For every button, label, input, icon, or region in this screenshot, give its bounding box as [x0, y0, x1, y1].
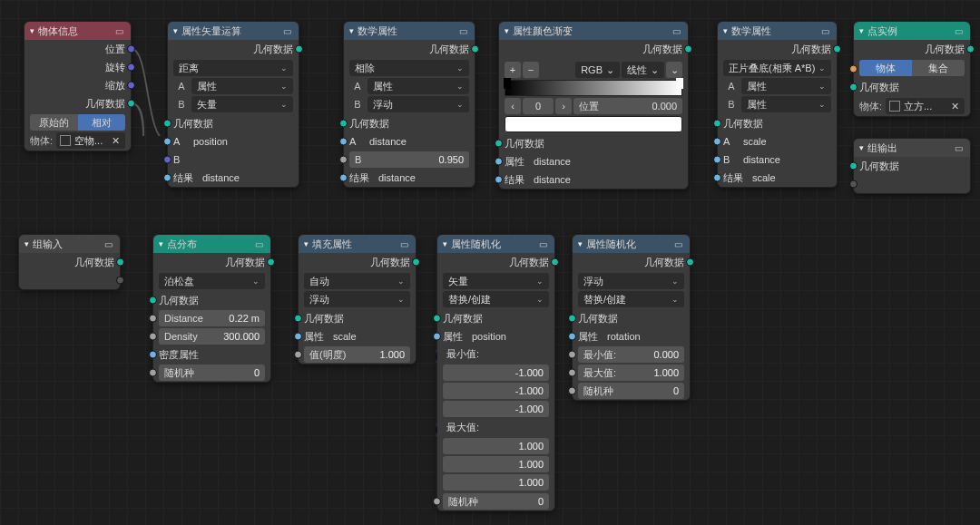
node-header[interactable]: ▾属性颜色渐变▭: [499, 22, 688, 40]
node-header[interactable]: ▾填充属性▭: [299, 235, 416, 253]
seed-input[interactable]: 随机种0: [443, 493, 549, 510]
stop-position-input[interactable]: 位置0.000: [573, 98, 682, 114]
color-ramp-gradient[interactable]: [505, 80, 682, 96]
node-header[interactable]: ▾属性随机化▭: [437, 235, 554, 253]
density-input[interactable]: Density300.000: [159, 328, 265, 345]
node-header[interactable]: ▾数学属性▭: [718, 22, 837, 40]
remove-stop-button[interactable]: −: [523, 62, 539, 78]
ramp-menu-button[interactable]: ⌄: [666, 62, 682, 78]
node-group-input[interactable]: ▾组输入▭ 几何数据: [18, 234, 121, 290]
seed-input[interactable]: 随机种0: [159, 365, 265, 381]
socket-scale: 缩放: [105, 79, 125, 92]
relative-toggle[interactable]: 原始的相对: [30, 114, 125, 131]
attr-a-input[interactable]: position: [193, 136, 293, 147]
node-attr-vector-math[interactable]: ▾属性矢量运算▭ 几何数据 距离⌄ A属性⌄ B矢量⌄ 几何数据 Apositi…: [167, 21, 299, 188]
min-z[interactable]: -1.000: [443, 401, 549, 417]
clear-icon[interactable]: ✕: [949, 101, 961, 112]
max-input[interactable]: 最大值:1.000: [578, 365, 684, 381]
node-editor-canvas[interactable]: ▾物体信息▭ 位置 旋转 缩放 几何数据 原始的相对 物体:空物...✕ ▾属性…: [0, 0, 980, 525]
value-input[interactable]: 值(明度)1.000: [304, 346, 410, 363]
mesh-icon: [60, 135, 71, 146]
node-attr-fill[interactable]: ▾填充属性▭ 几何数据 自动⌄ 浮动⌄ 几何数据 属性scale 值(明度)1.…: [298, 234, 416, 365]
stop-index[interactable]: 0: [523, 98, 554, 114]
panel-icon[interactable]: ▭: [113, 26, 125, 36]
node-attr-randomize-2[interactable]: ▾属性随机化▭ 几何数据 浮动⌄ 替换/创建⌄ 几何数据 属性rotation …: [572, 234, 691, 401]
instance-type-toggle[interactable]: 物体集合: [859, 60, 965, 76]
prev-stop-button[interactable]: ‹: [505, 98, 521, 114]
node-header[interactable]: ▾点分布▭: [153, 235, 270, 253]
type-b-select[interactable]: 矢量⌄: [191, 96, 293, 112]
node-attr-math-2[interactable]: ▾数学属性▭ 几何数据 正片叠底(相乘 A*B)⌄ A属性⌄ B属性⌄ 几何数据…: [717, 21, 838, 188]
node-attr-math-1[interactable]: ▾数学属性▭ 几何数据 相除⌄ A属性⌄ B浮动⌄ 几何数据 Adistance…: [343, 21, 475, 188]
socket-location: 位置: [105, 43, 125, 56]
operation-select[interactable]: 距离⌄: [173, 60, 293, 76]
collapse-icon[interactable]: ▾: [30, 26, 34, 35]
node-attr-color-ramp[interactable]: ▾属性颜色渐变▭ 几何数据 + − RGB⌄ 线性⌄ ⌄ ‹ 0 › 位置0.0…: [498, 21, 689, 190]
min-y[interactable]: -1.000: [443, 383, 549, 399]
clear-icon[interactable]: ✕: [110, 135, 122, 147]
node-header[interactable]: ▾属性随机化▭: [573, 235, 690, 253]
operation-select[interactable]: 正片叠底(相乘 A*B)⌄: [723, 60, 831, 76]
socket-geometry: 几何数据: [85, 97, 125, 111]
node-header[interactable]: ▾物体信息▭: [24, 22, 131, 40]
max-y[interactable]: 1.000: [443, 456, 549, 472]
node-header[interactable]: ▾数学属性▭: [344, 22, 475, 40]
chevron-down-icon: ⌄: [280, 63, 288, 73]
distribute-method-select[interactable]: 泊松盘⌄: [159, 273, 265, 289]
distance-input[interactable]: Distance0.22 m: [159, 310, 265, 326]
socket-rotation: 旋转: [105, 61, 125, 74]
seed-input[interactable]: 随机种0: [578, 383, 684, 399]
result-input[interactable]: distance: [202, 172, 293, 183]
domain-select[interactable]: 自动⌄: [304, 273, 410, 289]
ramp-stop-0[interactable]: [504, 78, 511, 89]
node-header[interactable]: ▾点实例▭: [854, 22, 970, 40]
next-stop-button[interactable]: ›: [555, 98, 572, 114]
interp-select[interactable]: 线性⌄: [622, 62, 664, 78]
object-field[interactable]: 物体:空物...✕: [30, 132, 125, 149]
node-attr-randomize-1[interactable]: ▾属性随机化▭ 几何数据 矢量⌄ 替换/创建⌄ 几何数据 属性position …: [436, 234, 555, 511]
node-header[interactable]: ▾组输入▭: [19, 235, 120, 253]
color-mode-select[interactable]: RGB⌄: [575, 62, 620, 78]
value-b-input[interactable]: 0.950: [438, 154, 464, 165]
max-x[interactable]: 1.000: [443, 438, 549, 454]
node-header[interactable]: ▾属性矢量运算▭: [168, 22, 299, 40]
operation-select[interactable]: 相除⌄: [349, 60, 469, 76]
node-point-instance[interactable]: ▾点实例▭ 几何数据 物体集合 几何数据 物体:立方...✕: [853, 21, 971, 117]
instance-object-field[interactable]: 物体:立方...✕: [859, 98, 965, 114]
max-z[interactable]: 1.000: [443, 474, 549, 491]
min-x[interactable]: -1.000: [443, 365, 549, 381]
min-input[interactable]: 最小值:0.000: [578, 346, 684, 363]
node-point-distribute[interactable]: ▾点分布▭ 几何数据 泊松盘⌄ 几何数据 Distance0.22 m Dens…: [152, 234, 271, 383]
mesh-icon: [889, 101, 900, 112]
add-stop-button[interactable]: +: [505, 62, 521, 78]
type-a-select[interactable]: 属性⌄: [191, 78, 293, 94]
node-header[interactable]: ▾组输出▭: [854, 139, 970, 157]
ramp-stop-1[interactable]: [676, 78, 683, 89]
stop-color-swatch[interactable]: [505, 116, 682, 132]
type-select[interactable]: 浮动⌄: [304, 291, 410, 307]
node-object-info[interactable]: ▾物体信息▭ 位置 旋转 缩放 几何数据 原始的相对 物体:空物...✕: [24, 21, 132, 151]
node-group-output[interactable]: ▾组输出▭ 几何数据: [853, 138, 971, 194]
